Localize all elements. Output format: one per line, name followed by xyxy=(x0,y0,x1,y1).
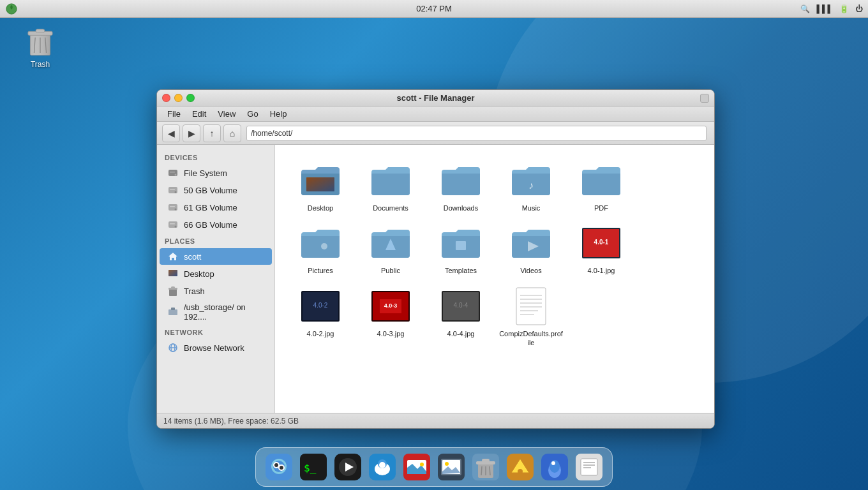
file-label: 4.0-3.jpg xyxy=(377,329,405,338)
file-item[interactable]: Desktop xyxy=(285,155,355,218)
file-item[interactable]: Public xyxy=(355,218,426,280)
back-button[interactable]: ◀ xyxy=(162,124,180,142)
file-item[interactable]: PDF xyxy=(566,155,636,218)
minimize-button[interactable] xyxy=(174,94,183,102)
system-logo xyxy=(3,0,20,18)
file-item[interactable]: ♪ Music xyxy=(496,155,566,218)
svg-rect-26 xyxy=(168,309,177,315)
sidebar-label-scott: scott xyxy=(184,252,201,262)
file-label: Downloads xyxy=(444,204,478,212)
menu-go[interactable]: Go xyxy=(242,108,263,120)
location-text: /home/scott/ xyxy=(251,129,292,138)
system-time: 02:47 PM xyxy=(416,4,452,13)
file-item[interactable]: Pictures xyxy=(285,218,355,280)
dock-notes[interactable] xyxy=(574,452,604,482)
sidebar-item-scott[interactable]: scott xyxy=(160,248,272,265)
sidebar-item-66gb[interactable]: 66 GB Volume xyxy=(160,216,272,233)
forward-button[interactable]: ▶ xyxy=(183,124,200,142)
sidebar-label-50gb: 50 GB Volume xyxy=(184,186,237,195)
sidebar-label-usb: /usb_storage/ on 192.... xyxy=(184,302,264,322)
sidebar-item-filesystem[interactable]: File System xyxy=(160,165,272,181)
file-icon-CompizDefaults-profile xyxy=(511,286,551,327)
file-item[interactable]: 4.0-2 4.0-2.jpg xyxy=(285,281,355,353)
svg-rect-27 xyxy=(171,308,175,310)
file-icon-Videos xyxy=(511,223,551,264)
file-label: CompizDefaults.profile xyxy=(498,329,564,348)
sidebar-item-desktop[interactable]: Desktop xyxy=(160,265,272,282)
file-item[interactable]: Downloads xyxy=(426,155,496,218)
dock-photos[interactable] xyxy=(401,452,432,482)
file-label: 4.0-1.jpg xyxy=(588,266,615,275)
titlebar-extra-btn[interactable] xyxy=(700,94,709,103)
close-button[interactable] xyxy=(162,94,170,102)
file-item[interactable]: CompizDefaults.profile xyxy=(496,281,566,353)
dock-terminal[interactable]: $_ xyxy=(298,452,329,482)
sidebar-item-usb[interactable]: /usb_storage/ on 192.... xyxy=(160,300,272,324)
file-icon-4-0-1-jpg: 4.0-1 xyxy=(581,223,622,264)
dock-finder[interactable] xyxy=(264,452,294,482)
drive-61-icon xyxy=(167,202,179,213)
file-icon-Music: ♪ xyxy=(511,160,551,201)
location-bar[interactable]: /home/scott/ xyxy=(246,126,707,141)
file-icon-4-0-4-jpg: 4.0-4 xyxy=(440,286,481,327)
svg-point-80 xyxy=(445,462,449,466)
trash-sidebar-icon xyxy=(167,285,179,297)
file-label: 4.0-2.jpg xyxy=(307,329,334,338)
menu-view[interactable]: View xyxy=(213,108,241,120)
sidebar-label-browse-network: Browse Network xyxy=(184,343,244,353)
titlebar: scott - File Manager xyxy=(157,90,714,107)
svg-marker-20 xyxy=(168,253,177,260)
dock-compiz[interactable] xyxy=(505,452,535,482)
file-item[interactable]: 4.0-4 4.0-4.jpg xyxy=(426,281,496,353)
home-button[interactable]: ⌂ xyxy=(223,124,241,142)
svg-text:$_: $_ xyxy=(304,462,317,474)
svg-text:4.0-3: 4.0-3 xyxy=(384,302,398,309)
sidebar-label-66gb: 66 GB Volume xyxy=(184,220,237,230)
file-item[interactable]: Documents xyxy=(355,155,426,218)
file-item[interactable]: 4.0-3 4.0-3.jpg xyxy=(355,281,426,353)
menu-file[interactable]: File xyxy=(162,108,186,120)
fm-statusbar: 14 items (1.6 MB), Free space: 62.5 GB xyxy=(157,413,714,428)
desktop-trash[interactable]: Trash xyxy=(18,24,63,69)
svg-point-63 xyxy=(274,463,278,467)
search-icon[interactable]: 🔍 xyxy=(800,4,810,13)
sidebar-item-50gb[interactable]: 50 GB Volume xyxy=(160,182,272,198)
dock-trash-dock[interactable] xyxy=(470,452,501,482)
svg-text:4.0-2: 4.0-2 xyxy=(313,302,328,309)
svg-rect-22 xyxy=(168,270,177,276)
menu-edit[interactable]: Edit xyxy=(187,108,211,120)
sidebar-item-61gb[interactable]: 61 GB Volume xyxy=(160,199,272,216)
sidebar-label-61gb: 61 GB Volume xyxy=(184,203,237,212)
battery-icon: 🔋 xyxy=(839,4,849,13)
file-label: Templates xyxy=(445,266,477,275)
dock-media[interactable] xyxy=(333,452,363,482)
fm-menubar: File Edit View Go Help xyxy=(157,107,714,122)
dock-bird2[interactable] xyxy=(539,452,570,482)
maximize-button[interactable] xyxy=(186,94,195,102)
sidebar-item-trash[interactable]: Trash xyxy=(160,283,272,299)
svg-point-15 xyxy=(175,209,177,211)
up-button[interactable]: ↑ xyxy=(203,124,221,142)
network-icon xyxy=(167,342,179,353)
file-item[interactable]: 4.0-1 4.0-1.jpg xyxy=(566,218,636,280)
file-label: Desktop xyxy=(308,204,333,212)
dock-images[interactable] xyxy=(436,452,467,482)
svg-point-18 xyxy=(175,226,177,228)
dock-bird[interactable] xyxy=(367,452,398,482)
file-item[interactable]: Templates xyxy=(426,218,496,280)
svg-rect-32 xyxy=(306,177,334,191)
desktop-trash-label: Trash xyxy=(31,60,50,69)
svg-line-85 xyxy=(481,466,482,475)
sidebar-label-filesystem: File System xyxy=(184,168,227,178)
svg-point-90 xyxy=(518,469,523,474)
file-label: Documents xyxy=(373,204,408,212)
file-icon-Public xyxy=(370,223,411,264)
svg-rect-36 xyxy=(456,241,466,250)
svg-point-76 xyxy=(420,463,424,466)
sidebar-item-browse-network[interactable]: Browse Network xyxy=(160,339,272,356)
file-item[interactable]: Videos xyxy=(496,218,566,280)
svg-rect-23 xyxy=(169,289,177,296)
desktop-icon xyxy=(167,268,179,279)
svg-point-94 xyxy=(551,461,555,465)
menu-help[interactable]: Help xyxy=(265,108,292,120)
